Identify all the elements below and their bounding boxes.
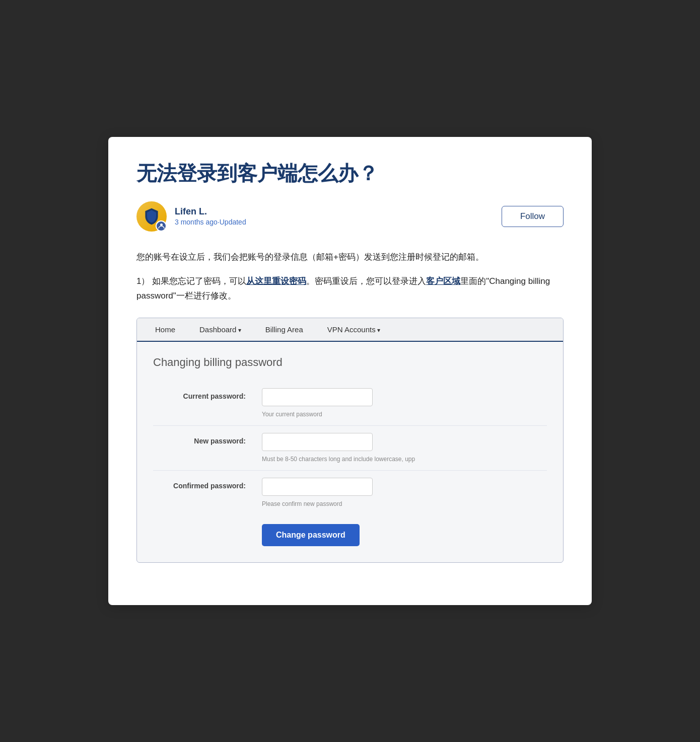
screenshot-nav: Home Dashboard Billing Area VPN Accounts	[137, 318, 563, 342]
change-password-button[interactable]: Change password	[262, 524, 360, 546]
author-time: 3 months ago	[175, 218, 218, 226]
current-password-hint: Your current password	[262, 411, 322, 418]
screenshot-box: Home Dashboard Billing Area VPN Accounts…	[136, 318, 564, 563]
author-row: Lifen L. 3 months ago·Updated Follow	[136, 201, 564, 232]
page-title: 无法登录到客户端怎么办？	[136, 161, 564, 185]
article-body: 您的账号在设立后，我们会把账号的登录信息（邮箱+密码）发送到您注册时候登记的邮箱…	[136, 250, 564, 304]
new-password-input[interactable]	[262, 433, 373, 451]
para2-middle: 。密码重设后，您可以登录进入	[306, 276, 426, 286]
meta-updated: Updated	[220, 218, 246, 226]
article-card: 无法登录到客户端怎么办？ Lif	[108, 137, 592, 605]
author-name: Lifen L.	[175, 206, 246, 217]
client-area-link[interactable]: 客户区域	[426, 276, 460, 286]
nav-item-dashboard[interactable]: Dashboard	[187, 318, 253, 341]
new-password-label: New password:	[153, 426, 254, 471]
body-paragraph-1: 您的账号在设立后，我们会把账号的登录信息（邮箱+密码）发送到您注册时候登记的邮箱…	[136, 250, 564, 265]
current-password-row: Current password: Your current password	[153, 381, 547, 426]
reset-password-link[interactable]: 从这里重设密码	[246, 276, 306, 286]
user-badge-icon	[156, 220, 167, 232]
current-password-label: Current password:	[153, 381, 254, 426]
body-paragraph-2: 1） 如果您忘记了密码，可以从这里重设密码。密码重设后，您可以登录进入客户区域里…	[136, 274, 564, 304]
form-table: Current password: Your current password …	[153, 381, 547, 515]
avatar	[136, 201, 167, 232]
nav-item-home[interactable]: Home	[143, 318, 187, 341]
new-password-row: New password: Must be 8-50 characters lo…	[153, 426, 547, 471]
confirm-password-label: Confirmed password:	[153, 471, 254, 515]
form-content: Changing billing password Current passwo…	[137, 342, 563, 562]
author-left: Lifen L. 3 months ago·Updated	[136, 201, 246, 232]
author-info: Lifen L. 3 months ago·Updated	[175, 206, 246, 226]
follow-button[interactable]: Follow	[502, 206, 564, 227]
nav-item-billing[interactable]: Billing Area	[253, 318, 315, 341]
new-password-cell: Must be 8-50 characters long and include…	[254, 426, 547, 471]
nav-item-vpn[interactable]: VPN Accounts	[315, 318, 392, 341]
confirm-password-cell: Please confirm new password	[254, 471, 547, 515]
author-meta: 3 months ago·Updated	[175, 218, 246, 226]
current-password-input[interactable]	[262, 388, 373, 406]
para2-prefix: 1） 如果您忘记了密码，可以	[136, 276, 246, 286]
confirm-password-hint: Please confirm new password	[262, 500, 342, 507]
current-password-cell: Your current password	[254, 381, 547, 426]
confirm-password-input[interactable]	[262, 478, 373, 496]
form-section-title: Changing billing password	[153, 356, 547, 369]
confirm-password-row: Confirmed password: Please confirm new p…	[153, 471, 547, 515]
new-password-hint: Must be 8-50 characters long and include…	[262, 456, 415, 463]
